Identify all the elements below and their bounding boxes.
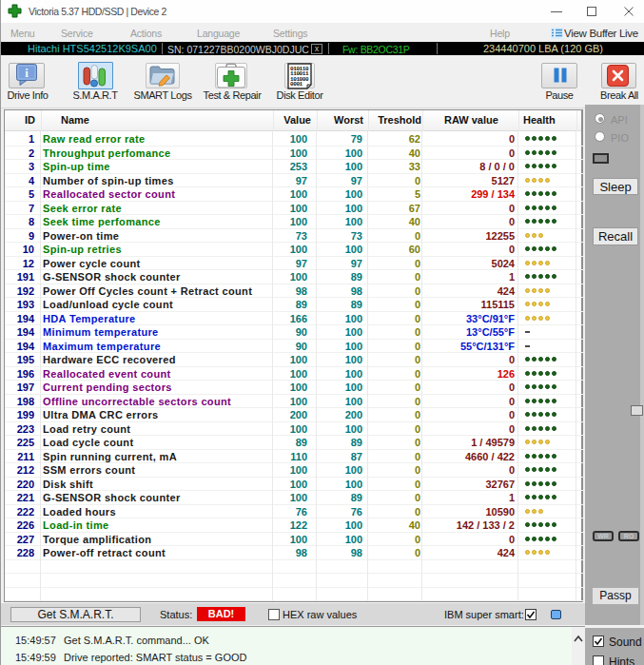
svg-text:i: i [25, 66, 29, 80]
svg-text:0001: 0001 [290, 81, 303, 88]
